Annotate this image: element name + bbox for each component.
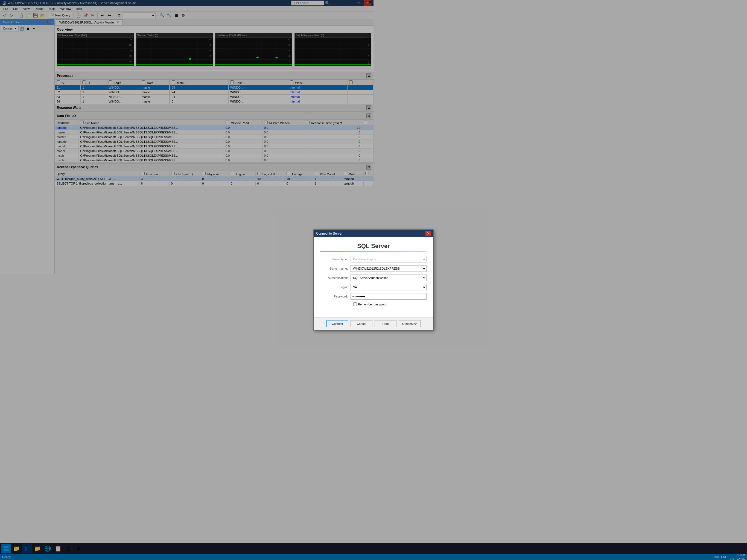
- connect-dialog: Connect to Server ✕ SQL Server Server ty…: [313, 229, 374, 280]
- dialog-server-heading: SQL Server: [320, 243, 374, 252]
- dialog-orange-bar: [320, 251, 374, 252]
- dialog-server-name-row: Server name: WINDOWS2012R2\SQLEXPRESS: [320, 265, 374, 272]
- server-name-label: Server name:: [320, 267, 351, 270]
- dialog-body: SQL Server Server type: Database Engine …: [314, 237, 374, 280]
- auth-select[interactable]: SQL Server Authentication: [351, 275, 374, 280]
- dialog-sql-server-label: SQL Server: [320, 243, 374, 250]
- dialog-auth-row: Authentication: SQL Server Authenticatio…: [320, 275, 374, 280]
- dialog-server-type-row: Server type: Database Engine: [320, 256, 374, 262]
- server-type-select[interactable]: Database Engine: [351, 256, 374, 262]
- modal-overlay: Connect to Server ✕ SQL Server Server ty…: [0, 0, 374, 280]
- auth-label: Authentication:: [320, 276, 351, 279]
- dialog-titlebar: Connect to Server ✕: [314, 230, 374, 237]
- server-type-wrapper: Database Engine: [351, 256, 374, 262]
- server-name-select[interactable]: WINDOWS2012R2\SQLEXPRESS: [351, 265, 374, 272]
- server-type-label: Server type:: [320, 258, 351, 261]
- server-name-wrapper: WINDOWS2012R2\SQLEXPRESS: [351, 265, 374, 272]
- dialog-title: Connect to Server: [316, 232, 343, 235]
- auth-wrapper: SQL Server Authentication: [351, 275, 374, 280]
